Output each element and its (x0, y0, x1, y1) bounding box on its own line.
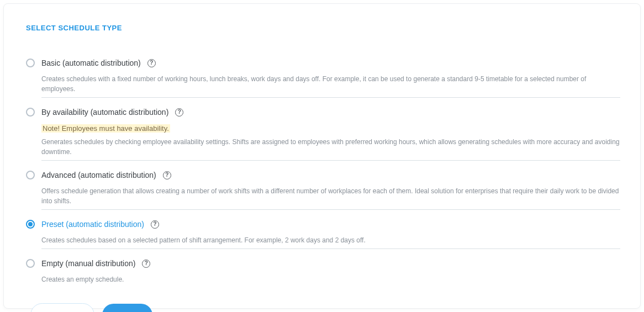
option-availability: By availability (automatic distribution)… (26, 107, 620, 161)
help-icon[interactable]: ? (147, 59, 156, 67)
option-empty: Empty (manual distribution)?Creates an e… (26, 258, 620, 288)
wizard-actions: Previous Next (26, 303, 620, 312)
option-body: Creates schedules based on a selected pa… (41, 235, 620, 249)
option-label: Advanced (automatic distribution) (41, 171, 156, 179)
option-header-availability[interactable]: By availability (automatic distribution)… (26, 107, 620, 118)
option-body: Creates schedules with a fixed number of… (41, 74, 620, 98)
radio-preset[interactable] (26, 220, 35, 229)
option-label: By availability (automatic distribution) (41, 108, 168, 117)
options-list: Basic (automatic distribution)?Creates s… (26, 57, 620, 288)
option-description: Creates schedules with a fixed number of… (41, 74, 620, 94)
option-header-advanced[interactable]: Advanced (automatic distribution)? (26, 170, 620, 181)
section-heading: SELECT SCHEDULE TYPE (26, 24, 620, 32)
option-preset: Preset (automatic distribution)?Creates … (26, 219, 620, 249)
option-label: Empty (manual distribution) (41, 259, 135, 268)
option-header-empty[interactable]: Empty (manual distribution)? (26, 258, 620, 269)
radio-availability[interactable] (26, 108, 35, 117)
option-description: Offers schedule generation that allows c… (41, 186, 620, 206)
help-icon[interactable]: ? (142, 260, 150, 268)
option-body: Note! Employees must have availability.G… (41, 123, 620, 161)
option-advanced: Advanced (automatic distribution)?Offers… (26, 170, 620, 210)
option-header-basic[interactable]: Basic (automatic distribution)? (26, 57, 620, 68)
option-note: Note! Employees must have availability. (41, 124, 170, 133)
option-label: Basic (automatic distribution) (41, 59, 141, 67)
next-button[interactable]: Next (102, 304, 152, 312)
option-description: Creates an empty schedule. (41, 274, 620, 284)
schedule-type-card: SELECT SCHEDULE TYPE Basic (automatic di… (3, 3, 641, 309)
option-label: Preset (automatic distribution) (41, 220, 144, 229)
option-body: Offers schedule generation that allows c… (41, 186, 620, 210)
previous-button[interactable]: Previous (30, 303, 94, 312)
help-icon[interactable]: ? (163, 171, 171, 179)
option-description: Creates schedules based on a selected pa… (41, 235, 620, 245)
help-icon[interactable]: ? (175, 108, 183, 117)
option-basic: Basic (automatic distribution)?Creates s… (26, 57, 620, 98)
option-description: Generates schedules by checking employee… (41, 137, 620, 157)
radio-empty[interactable] (26, 259, 35, 268)
option-header-preset[interactable]: Preset (automatic distribution)? (26, 219, 620, 230)
radio-basic[interactable] (26, 59, 35, 67)
help-icon[interactable]: ? (151, 220, 159, 229)
radio-advanced[interactable] (26, 171, 35, 179)
option-body: Creates an empty schedule. (41, 274, 620, 288)
